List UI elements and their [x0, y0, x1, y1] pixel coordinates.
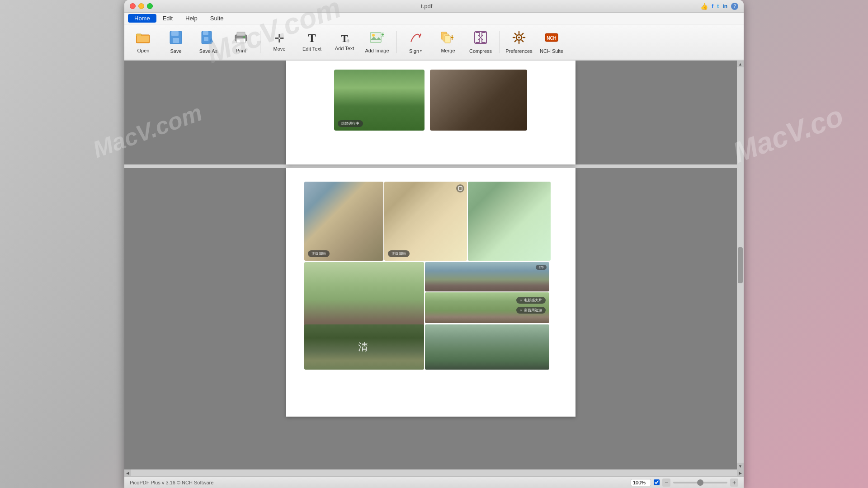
move-icon: ✛: [274, 33, 284, 44]
sign-label: Sign ▾: [409, 48, 422, 54]
open-button[interactable]: Open: [128, 26, 159, 58]
addtext-icon: T +: [341, 33, 348, 44]
photo-tag-2: 南昌周边游: [516, 307, 545, 314]
edittext-label: Edit Text: [302, 46, 321, 52]
page-divider: [124, 164, 737, 168]
toolbar-sep-2: [396, 31, 396, 53]
photo-badge-1: 结婚进行中: [338, 120, 363, 127]
photo-tag-1: 电影感大片: [516, 297, 545, 304]
merge-button[interactable]: Merge: [433, 26, 463, 58]
pdf-area: 结婚进行中 正版清晰: [124, 61, 737, 469]
scroll-left-button[interactable]: ◀: [124, 469, 131, 476]
preferences-label: Preferences: [505, 48, 532, 54]
svg-line-35: [515, 40, 516, 42]
scroll-down-button[interactable]: ▼: [737, 463, 744, 469]
window-title: t.pdf: [153, 3, 700, 9]
print-button[interactable]: Print: [226, 26, 256, 58]
compress-button[interactable]: Compress: [465, 26, 496, 58]
close-button[interactable]: [130, 3, 136, 9]
photo-badge-num: 2/9: [536, 265, 546, 270]
menu-home[interactable]: Home: [128, 14, 156, 23]
svg-rect-21: [445, 36, 450, 43]
twitter-icon[interactable]: t: [717, 3, 719, 9]
open-label: Open: [137, 48, 150, 53]
svg-rect-7: [203, 31, 208, 35]
maximize-button[interactable]: [147, 3, 153, 9]
saveas-label: Save As: [199, 48, 217, 54]
save-icon: [170, 31, 182, 47]
preferences-icon: [512, 31, 526, 47]
zoom-in-button[interactable]: +: [730, 479, 738, 487]
collage-row-3: 清: [304, 324, 557, 370]
save-label: Save: [170, 48, 181, 54]
preferences-button[interactable]: Preferences: [504, 26, 534, 58]
sign-button[interactable]: Sign ▾: [400, 26, 431, 58]
linkedin-icon[interactable]: in: [722, 3, 727, 9]
svg-rect-39: [458, 187, 462, 190]
menu-suite[interactable]: Suite: [204, 14, 230, 23]
zoom-slider-thumb[interactable]: [697, 479, 703, 486]
svg-rect-11: [237, 32, 245, 36]
open-icon: [136, 31, 151, 46]
photo-badge-row1-1: 正版清晰: [308, 250, 330, 257]
toolbar-sep-1: [260, 31, 260, 53]
photo-icon: [456, 184, 464, 192]
edittext-icon: T: [308, 33, 316, 44]
zoom-out-button[interactable]: −: [662, 479, 670, 487]
nchsuite-button[interactable]: NCH NCH Suite: [536, 26, 567, 58]
menu-bar: Home Edit Help Suite: [124, 13, 744, 24]
compress-icon: [474, 31, 487, 47]
addtext-button[interactable]: T + Add Text: [329, 26, 360, 58]
edittext-button[interactable]: T Edit Text: [297, 26, 327, 58]
sign-icon: [409, 31, 422, 47]
thumbs-up-icon[interactable]: 👍: [700, 3, 708, 10]
collage-row-2: 2/9 电影感大片 南昌周边游: [304, 262, 557, 323]
scroll-right-button[interactable]: ▶: [737, 469, 744, 476]
svg-rect-4: [171, 31, 179, 36]
print-label: Print: [236, 48, 246, 53]
merge-icon: [441, 31, 455, 46]
svg-point-28: [518, 37, 520, 38]
compress-label: Compress: [469, 48, 492, 54]
svg-line-36: [522, 33, 524, 34]
merge-label: Merge: [441, 48, 455, 53]
svg-rect-12: [236, 38, 245, 43]
svg-line-33: [515, 33, 516, 34]
traffic-lights: [130, 3, 153, 9]
svg-line-34: [522, 40, 524, 42]
scroll-up-button[interactable]: ▲: [737, 61, 744, 67]
svg-rect-2: [137, 36, 149, 42]
title-icons: 👍 f t in ?: [700, 3, 738, 10]
menu-edit[interactable]: Edit: [156, 14, 179, 23]
help-icon[interactable]: ?: [731, 3, 738, 10]
saveas-icon: A: [201, 31, 216, 47]
zoom-slider[interactable]: [673, 482, 727, 483]
save-button[interactable]: Save: [160, 26, 191, 58]
toolbar-sep-3: [500, 31, 500, 53]
zoom-input[interactable]: [631, 479, 651, 486]
svg-rect-5: [173, 38, 179, 43]
version-text: PicoPDF Plus v 3.16 © NCH Software: [130, 480, 627, 485]
saveas-button[interactable]: A Save As: [193, 26, 224, 58]
addtext-label: Add Text: [335, 46, 354, 51]
scrollbar-thumb[interactable]: [738, 247, 743, 283]
print-icon: [234, 31, 248, 46]
move-label: Move: [274, 46, 286, 52]
move-button[interactable]: ✛ Move: [264, 26, 295, 58]
addimage-label: Add Image: [365, 48, 389, 53]
minimize-button[interactable]: [138, 3, 144, 9]
photo-badge-row1-2: 正版清晰: [388, 250, 410, 257]
watermark-3: MacV.co: [728, 99, 848, 169]
zoom-checkbox[interactable]: [654, 479, 660, 485]
menu-help[interactable]: Help: [179, 14, 204, 23]
facebook-icon[interactable]: f: [712, 3, 713, 9]
horizontal-scrollbar: ◀ ▶: [124, 469, 744, 476]
addimage-button[interactable]: Add Image: [362, 26, 392, 58]
svg-rect-14: [370, 33, 381, 42]
addimage-icon: [370, 31, 384, 46]
svg-point-15: [372, 34, 375, 37]
svg-rect-8: [204, 37, 208, 41]
pdf-page-2: 正版清晰 正版清晰: [286, 168, 576, 417]
status-bar: PicoPDF Plus v 3.16 © NCH Software − +: [124, 476, 744, 488]
hscroll-thumb: [131, 469, 737, 476]
